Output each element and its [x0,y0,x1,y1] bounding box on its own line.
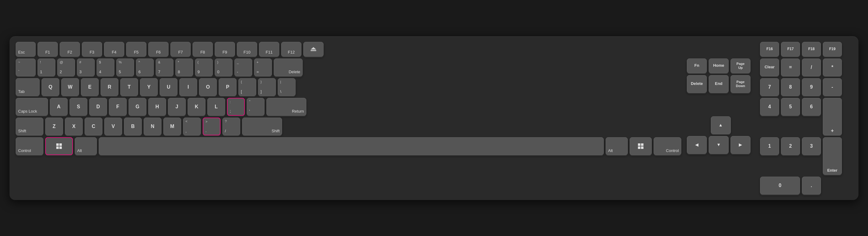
key-arrow-up[interactable] [711,116,731,134]
key-f2[interactable]: F2 [60,42,80,57]
key-num-dot[interactable]: . [802,177,821,195]
key-i[interactable]: I [179,78,197,96]
key-page-up[interactable]: PageUp [731,58,750,73]
key-num-equals[interactable]: = [781,58,800,76]
key-shift-left[interactable]: Shift [16,118,43,136]
key-4[interactable]: $ 4 [97,58,115,76]
key-s[interactable]: S [69,98,87,116]
key-eject[interactable] [303,42,323,57]
key-3[interactable]: # 3 [77,58,95,76]
key-num-6[interactable]: 6 [802,98,821,116]
key-num-0[interactable]: 0 [760,177,800,195]
key-5[interactable]: % 5 [116,58,134,76]
key-1[interactable]: ! 1 [37,58,55,76]
key-lbracket[interactable]: { [ [238,78,256,96]
key-9[interactable]: ( 9 [195,58,213,76]
key-f12[interactable]: F12 [281,42,302,57]
key-slash[interactable]: ? / [222,118,240,136]
key-f[interactable]: F [109,98,127,116]
key-end[interactable]: End [709,75,728,93]
key-m[interactable]: M [163,118,181,136]
key-equals[interactable]: + = [254,58,272,76]
key-z[interactable]: Z [45,118,63,136]
key-p[interactable]: P [219,78,237,96]
key-num-8[interactable]: 8 [781,78,800,96]
key-v[interactable]: V [104,118,122,136]
key-delete-nav[interactable]: Delete [687,75,707,93]
key-d[interactable]: D [89,98,107,116]
key-f17[interactable]: F17 [781,42,800,57]
key-alt-right[interactable]: Alt [606,137,628,155]
key-2[interactable]: @ 2 [57,58,75,76]
key-num-9[interactable]: 9 [802,78,821,96]
key-f11[interactable]: F11 [259,42,279,57]
key-ctrl-right[interactable]: Control [654,137,681,155]
key-0[interactable]: ) 0 [215,58,232,76]
key-shift-right[interactable]: Shift [242,118,282,136]
key-f1[interactable]: F1 [37,42,58,57]
key-esc[interactable]: Esc [16,42,36,57]
key-quote[interactable]: " ' [247,98,265,116]
key-alt-left[interactable]: Alt [75,137,97,155]
key-minus[interactable]: _ - [235,58,252,76]
key-f10[interactable]: F10 [237,42,257,57]
key-f3[interactable]: F3 [82,42,102,57]
key-r[interactable]: R [100,78,118,96]
key-n[interactable]: N [144,118,161,136]
key-a[interactable]: A [50,98,68,116]
key-e[interactable]: E [81,78,99,96]
key-win-left[interactable] [45,137,73,155]
key-period[interactable]: > . [203,118,220,136]
key-num-4[interactable]: 4 [760,98,779,116]
key-num-enter[interactable]: Enter [823,137,842,175]
key-num-multiply[interactable]: * [823,58,842,76]
key-j[interactable]: J [168,98,186,116]
key-tab[interactable]: Tab [16,78,40,96]
key-num-divide[interactable]: / [802,58,821,76]
key-semicolon[interactable]: : ; [227,98,245,116]
key-u[interactable]: U [160,78,178,96]
key-fn[interactable]: Fn [687,58,707,73]
key-arrow-right[interactable] [731,136,750,154]
key-f16[interactable]: F16 [760,42,779,57]
key-f7[interactable]: F7 [170,42,191,57]
key-t[interactable]: T [120,78,138,96]
key-f9[interactable]: F9 [215,42,235,57]
key-comma[interactable]: < , [183,118,201,136]
key-win-right[interactable] [630,137,652,155]
key-f6[interactable]: F6 [148,42,168,57]
key-x[interactable]: X [65,118,83,136]
key-c[interactable]: C [85,118,102,136]
key-caps-lock[interactable]: Caps Lock [16,98,48,116]
key-o[interactable]: O [199,78,217,96]
key-space[interactable] [99,137,604,155]
key-f5[interactable]: F5 [126,42,147,57]
key-num-2[interactable]: 2 [781,137,800,155]
key-num-3[interactable]: 3 [802,137,821,155]
key-f19[interactable]: F19 [823,42,842,57]
key-ctrl-left[interactable]: Control [16,137,43,155]
key-num-5[interactable]: 5 [781,98,800,116]
key-f8[interactable]: F8 [192,42,213,57]
key-arrow-down[interactable] [709,136,728,154]
key-f4[interactable]: F4 [104,42,124,57]
key-page-down[interactable]: PageDown [731,75,750,93]
key-home[interactable]: Home [709,58,728,73]
key-y[interactable]: Y [140,78,158,96]
key-l[interactable]: L [207,98,225,116]
key-num-plus[interactable]: + [823,98,842,136]
key-num-7[interactable]: 7 [760,78,779,96]
key-backslash[interactable]: | \ [278,78,296,96]
key-h[interactable]: H [148,98,166,116]
key-w[interactable]: W [61,78,79,96]
key-num-1[interactable]: 1 [760,137,779,155]
key-f18[interactable]: F18 [802,42,821,57]
key-arrow-left[interactable] [687,136,707,154]
key-b[interactable]: B [124,118,142,136]
key-delete[interactable]: Delete [274,58,303,76]
key-8[interactable]: * 8 [175,58,193,76]
key-6[interactable]: ^ 6 [136,58,154,76]
key-q[interactable]: Q [41,78,59,96]
key-num-clear[interactable]: Clear [760,58,779,76]
key-g[interactable]: G [129,98,147,116]
